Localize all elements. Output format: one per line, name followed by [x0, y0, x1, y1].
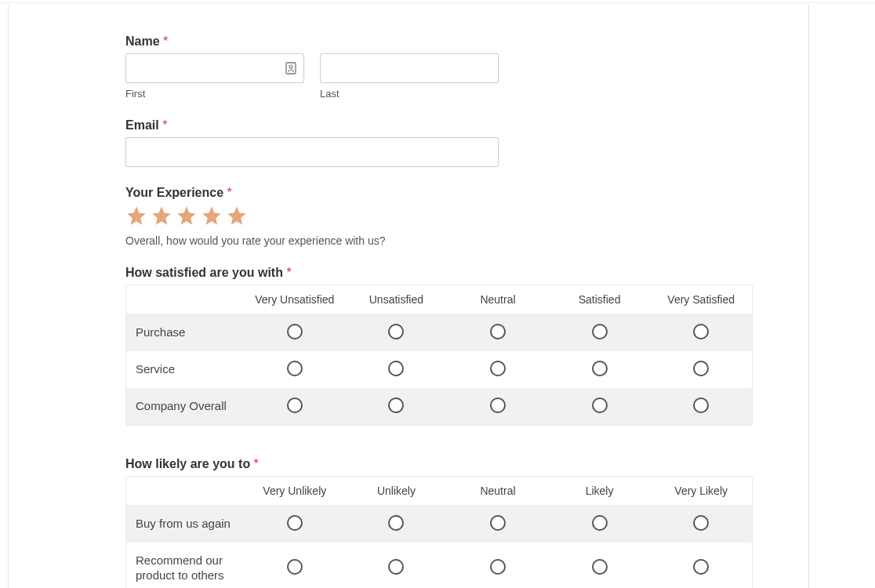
radio-option[interactable]	[388, 397, 404, 413]
radio-option[interactable]	[490, 361, 506, 376]
first-name-input[interactable]	[125, 53, 304, 83]
svg-point-1	[289, 65, 292, 68]
satisfaction-matrix: Very Unsatisfied Unsatisfied Neutral Sat…	[125, 285, 753, 426]
likelihood-label-text: How likely are you to	[125, 457, 250, 470]
last-name-sublabel: Last	[320, 88, 499, 100]
radio-option[interactable]	[693, 361, 709, 376]
matrix-column-header: Likely	[549, 477, 651, 505]
radio-option[interactable]	[287, 515, 303, 531]
radio-option[interactable]	[388, 361, 404, 376]
star-icon[interactable]	[201, 205, 223, 227]
experience-label: Your Experience *	[125, 186, 753, 200]
email-label-text: Email	[125, 118, 159, 132]
radio-option[interactable]	[693, 324, 709, 339]
email-input[interactable]	[125, 137, 499, 167]
radio-option[interactable]	[592, 559, 608, 575]
name-label-text: Name	[125, 34, 160, 48]
radio-option[interactable]	[388, 559, 404, 575]
star-icon[interactable]	[176, 205, 198, 227]
radio-option[interactable]	[693, 515, 709, 531]
radio-option[interactable]	[592, 324, 608, 339]
satisfaction-label: How satisfied are you with *	[125, 266, 753, 280]
radio-option[interactable]	[287, 559, 303, 575]
matrix-row: Service	[126, 351, 752, 388]
first-name-sublabel: First	[125, 88, 304, 100]
experience-description: Overall, how would you rate your experie…	[125, 234, 753, 247]
radio-option[interactable]	[287, 397, 303, 413]
experience-field: Your Experience * Overall, how would you…	[125, 186, 753, 247]
radio-option[interactable]	[388, 515, 404, 531]
required-marker: *	[162, 118, 167, 132]
likelihood-matrix: Very Unlikely Unlikely Neutral Likely Ve…	[125, 476, 753, 588]
experience-label-text: Your Experience	[125, 186, 223, 199]
star-icon[interactable]	[226, 205, 248, 227]
matrix-row-label: Recommend our product to others	[126, 543, 244, 588]
radio-option[interactable]	[287, 324, 303, 339]
required-marker: *	[163, 34, 168, 48]
radio-option[interactable]	[592, 515, 608, 531]
matrix-column-header: Unlikely	[346, 477, 448, 505]
radio-option[interactable]	[490, 559, 506, 575]
required-marker: *	[254, 457, 259, 470]
email-field: Email *	[125, 118, 753, 167]
matrix-row-label: Buy from us again	[126, 506, 244, 543]
radio-option[interactable]	[693, 397, 709, 413]
matrix-row: Company Overall	[126, 388, 752, 425]
matrix-row: Recommend our product to others	[126, 543, 752, 588]
matrix-column-header: Very Unlikely	[244, 477, 346, 505]
matrix-column-header: Very Unsatisfied	[244, 285, 346, 314]
survey-form: Name * First	[125, 34, 753, 588]
required-marker: *	[227, 186, 232, 199]
radio-option[interactable]	[490, 515, 506, 531]
required-marker: *	[286, 266, 291, 279]
radio-option[interactable]	[287, 361, 303, 376]
matrix-row-label: Company Overall	[126, 388, 244, 425]
name-label: Name *	[125, 34, 753, 49]
email-label: Email *	[125, 118, 753, 132]
matrix-column-header: Neutral	[447, 285, 549, 314]
matrix-column-header: Unsatisfied	[346, 285, 448, 314]
matrix-row-label: Service	[126, 351, 244, 388]
radio-option[interactable]	[490, 397, 506, 413]
matrix-column-header: Satisfied	[549, 285, 651, 314]
radio-option[interactable]	[693, 559, 709, 575]
star-icon[interactable]	[125, 205, 147, 227]
star-rating	[125, 205, 753, 227]
satisfaction-label-text: How satisfied are you with	[125, 266, 283, 279]
matrix-column-header: Neutral	[447, 477, 549, 505]
star-icon[interactable]	[151, 205, 172, 227]
name-field: Name * First	[125, 34, 753, 100]
last-name-input[interactable]	[320, 53, 499, 83]
likelihood-label: How likely are you to *	[125, 457, 753, 471]
likelihood-field: How likely are you to * Very Unlikely Un…	[125, 457, 753, 588]
radio-option[interactable]	[388, 324, 404, 339]
radio-option[interactable]	[592, 361, 608, 376]
matrix-row-label: Purchase	[126, 314, 244, 351]
satisfaction-field: How satisfied are you with * Very Unsati…	[125, 266, 753, 426]
matrix-column-header: Very Satisfied	[650, 285, 752, 314]
contact-card-icon	[285, 62, 296, 74]
matrix-column-header: Very Likely	[650, 477, 752, 505]
matrix-row: Purchase	[126, 314, 752, 351]
radio-option[interactable]	[490, 324, 506, 339]
matrix-row: Buy from us again	[126, 506, 752, 543]
radio-option[interactable]	[592, 397, 608, 413]
